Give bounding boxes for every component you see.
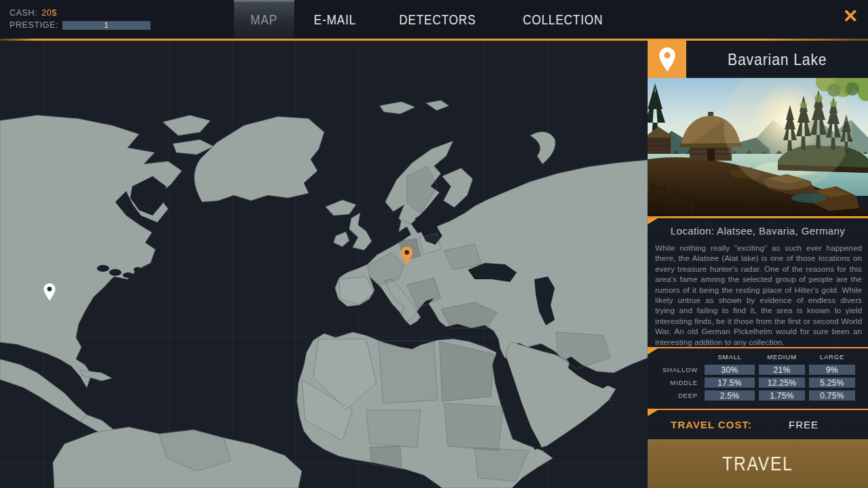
odds-row-shallow: SHALLOW	[652, 366, 701, 373]
accent-divider	[0, 39, 868, 41]
location-description: While nothing really "exciting" as such …	[655, 243, 862, 347]
prestige-progress-bar: 1	[62, 21, 151, 30]
travel-cost-value: FREE	[789, 419, 868, 430]
location-pin-icon	[658, 47, 676, 72]
odds-cell-shallow-small: 30%	[705, 365, 755, 375]
location-line: Location: Alatsee, Bavaria, Germany	[648, 225, 868, 237]
region-greenland	[195, 117, 324, 202]
prestige-value: 1	[104, 21, 108, 29]
world-map-svg	[0, 41, 648, 488]
odds-cell-middle-large: 5.25%	[809, 378, 855, 388]
travel-cost-label: TRAVEL COST:	[671, 419, 752, 430]
odds-col-medium: MEDIUM	[759, 353, 805, 361]
odds-cell-middle-small: 17.5%	[705, 378, 755, 388]
prestige-label: PRESTIGE:	[9, 20, 58, 30]
photo-divider	[648, 216, 868, 218]
top-bar: CASH: 20$ PRESTIGE: 1 MAP E-MAIL DETECTO…	[0, 0, 868, 39]
world-map[interactable]	[0, 41, 648, 488]
odds-cell-deep-medium: 1.75%	[759, 390, 805, 401]
odds-col-large: LARGE	[809, 353, 855, 361]
main-nav: MAP E-MAIL DETECTORS COLLECTION	[234, 0, 627, 39]
odds-cell-shallow-large: 9%	[809, 365, 855, 375]
odds-row-deep: DEEP	[652, 392, 701, 399]
location-panel: Bavarian Lake	[648, 41, 868, 488]
cash-label: CASH:	[9, 8, 37, 18]
region-iceland	[326, 200, 356, 216]
odds-cell-deep-small: 2.5%	[705, 390, 755, 401]
location-panel-header: Bavarian Lake	[648, 41, 868, 78]
odds-cell-middle-medium: 12.25%	[759, 378, 805, 388]
odds-row-middle: MIDDLE	[652, 379, 701, 386]
tab-detectors[interactable]: DETECTORS	[376, 0, 499, 39]
tab-map[interactable]: MAP	[234, 0, 294, 39]
odds-cell-deep-large: 0.75%	[809, 390, 855, 401]
game-screen: CASH: 20$ PRESTIGE: 1 MAP E-MAIL DETECTO…	[0, 0, 868, 488]
region-uk	[349, 213, 372, 250]
cash-value: 20$	[41, 8, 57, 18]
prestige-row: PRESTIGE: 1	[9, 20, 151, 30]
continent-north-america	[0, 115, 182, 388]
tab-collection[interactable]: COLLECTION	[499, 0, 627, 39]
page-title: Bavarian Lake	[686, 41, 868, 78]
region-ireland	[334, 232, 349, 247]
find-odds-table: SMALL MEDIUM LARGE SHALLOW 30% 21% 9% MI…	[648, 347, 868, 410]
tab-email[interactable]: E-MAIL	[294, 0, 376, 39]
close-icon[interactable]: ✕	[838, 4, 863, 28]
content-row: Bavarian Lake	[0, 41, 868, 488]
location-pin-badge	[648, 41, 686, 78]
travel-cost-row: TRAVEL COST: FREE	[648, 410, 868, 439]
map-pin-bavarian-lake[interactable]	[401, 247, 413, 267]
odds-col-small: SMALL	[705, 353, 755, 361]
location-photo	[648, 78, 868, 216]
map-pin-us-east-coast[interactable]	[43, 283, 56, 304]
odds-cell-shallow-medium: 21%	[759, 365, 805, 375]
hud-stats: CASH: 20$ PRESTIGE: 1	[9, 7, 151, 30]
region-finland	[442, 168, 473, 207]
cash-row: CASH: 20$	[9, 7, 151, 18]
travel-button[interactable]: TRAVEL	[648, 439, 868, 488]
